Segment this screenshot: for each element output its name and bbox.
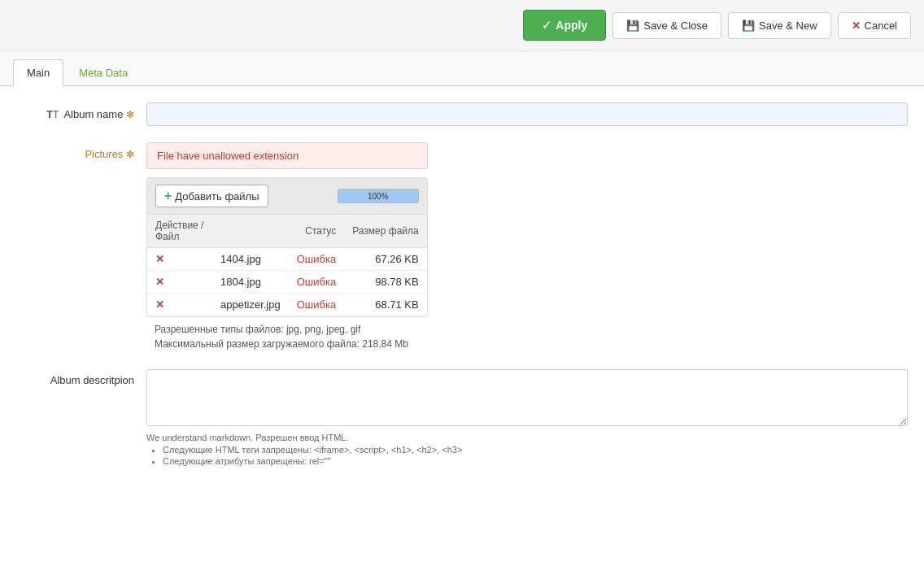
check-icon: ✓	[542, 19, 551, 32]
description-field-wrapper: We understand markdown. Разрешен ввод HT…	[146, 369, 908, 468]
description-label: Album descritpion	[16, 369, 146, 386]
toolbar: ✓ Apply Save & Close Save & New Cancel	[0, 0, 924, 51]
text-icon: T	[46, 109, 61, 120]
table-row: appetizer.jpg Ошибка 68.71 KB	[147, 294, 427, 316]
required-star-album	[126, 107, 134, 120]
floppy-icon-2	[742, 20, 755, 32]
file-delete-cell	[147, 294, 212, 316]
apply-button[interactable]: ✓ Apply	[523, 10, 606, 41]
delete-file-icon[interactable]	[155, 298, 164, 311]
file-name-cell: 1804.jpg	[212, 271, 289, 294]
required-star-pictures	[126, 147, 134, 160]
file-max-size: Максимальный размер загружаемого файла: …	[146, 338, 428, 353]
album-name-field-wrapper: test	[146, 102, 908, 126]
tabs-bar: Main Meta Data	[0, 51, 924, 86]
album-name-row: T Album name test	[16, 102, 908, 126]
pictures-row: Pictures File have unallowed extension Д…	[16, 142, 908, 353]
file-size-cell: 67.26 KB	[344, 248, 427, 271]
save-close-button[interactable]: Save & Close	[612, 12, 721, 39]
attr-restriction-item: Следующие атрибуты запрещены: rel=""	[163, 456, 908, 466]
album-name-label: T Album name	[16, 102, 146, 120]
delete-file-icon[interactable]	[155, 276, 164, 288]
floppy-icon	[626, 20, 639, 32]
file-delete-cell	[147, 271, 212, 294]
file-name-cell: appetizer.jpg	[212, 294, 289, 316]
cancel-button[interactable]: Cancel	[838, 12, 911, 39]
file-size-cell: 68.71 KB	[344, 294, 427, 316]
pictures-error-box: File have unallowed extension	[146, 142, 428, 169]
description-row: Album descritpion We understand markdown…	[16, 369, 908, 468]
file-upload-area: Добавить файлы 100% Действие	[146, 177, 428, 317]
tab-main[interactable]: Main	[13, 59, 63, 86]
file-status-cell: Ошибка	[289, 271, 344, 294]
markdown-info: We understand markdown. Разрешен ввод HT…	[146, 433, 908, 466]
pictures-field-wrapper: File have unallowed extension Добавить ф…	[146, 142, 428, 353]
file-name-cell: 1404.jpg	[212, 248, 289, 271]
file-table: Действие / Файл Статус Размер файла	[147, 215, 427, 316]
file-upload-toolbar: Добавить файлы 100%	[147, 178, 427, 215]
progress-fill: 100%	[338, 189, 418, 202]
html-restriction-item: Следующие HTML теги запрещены: <iframe>,…	[163, 445, 908, 455]
pictures-label: Pictures	[16, 142, 146, 160]
save-new-button[interactable]: Save & New	[728, 12, 831, 39]
file-delete-cell	[147, 248, 212, 271]
add-files-button[interactable]: Добавить файлы	[155, 185, 268, 207]
album-name-input[interactable]: test	[146, 102, 908, 126]
file-size-cell: 98.78 KB	[344, 271, 427, 294]
tab-metadata[interactable]: Meta Data	[65, 59, 142, 85]
table-row: 1804.jpg Ошибка 98.78 KB	[147, 271, 427, 294]
table-row: 1404.jpg Ошибка 67.26 KB	[147, 248, 427, 271]
file-status-cell: Ошибка	[289, 294, 344, 316]
file-allowed-types: Разрешенные типы файлов: jpg, png, jpeg,…	[146, 317, 428, 338]
description-textarea[interactable]	[146, 369, 908, 426]
file-status-cell: Ошибка	[289, 248, 344, 271]
content-area: T Album name test Pictures File have una…	[0, 86, 924, 500]
col-status: Статус	[289, 215, 344, 248]
col-action: Действие / Файл	[147, 215, 212, 248]
delete-file-icon[interactable]	[155, 253, 164, 265]
col-filename	[212, 215, 289, 248]
progress-bar: 100%	[338, 189, 419, 203]
col-size: Размер файла	[344, 215, 427, 248]
plus-icon	[164, 189, 172, 203]
cancel-icon	[852, 20, 861, 32]
